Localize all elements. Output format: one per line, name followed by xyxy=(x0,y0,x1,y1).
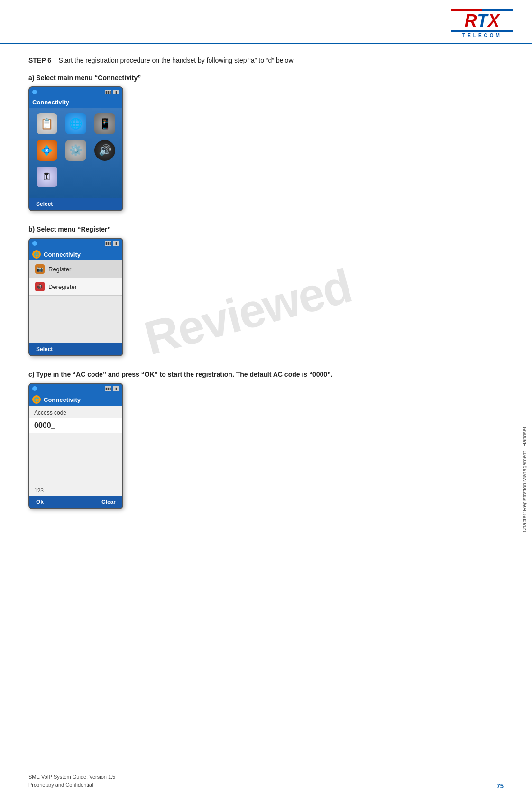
logo-t: T xyxy=(477,11,488,30)
status-icons-b: ▮▮▮ ▮ xyxy=(105,241,119,246)
sub-step-c-description: Type in the “AC code” and press “OK” to … xyxy=(36,371,332,378)
contacts-icon: 📋 xyxy=(37,113,57,134)
status-icons-c: ▮▮▮ ▮ xyxy=(105,386,119,391)
sub-step-a-description: Select main menu “Connectivity” xyxy=(36,74,141,82)
icon-cell-6: 🔊 xyxy=(92,139,118,162)
sub-step-a-letter: a) xyxy=(28,74,34,82)
sub-step-c: c) Type in the “AC code” and press “OK” … xyxy=(28,371,504,509)
signal-icon-b: ▮▮▮ xyxy=(105,241,111,246)
battery-icon-a: ▮ xyxy=(113,90,119,94)
network-icon: 🌐 xyxy=(65,113,86,134)
icon-cell-1: 📋 xyxy=(34,112,59,135)
sub-step-a-label: a) Select main menu “Connectivity” xyxy=(28,74,504,82)
deregister-label: Deregister xyxy=(48,283,77,290)
status-bar-c: ▮▮▮ ▮ xyxy=(29,384,122,393)
icon-cell-4: 💠 xyxy=(34,139,59,162)
phone-screen-c: ▮▮▮ ▮ 🌐 Connectivity Access code 0000_ 1… xyxy=(28,383,123,509)
logo-x: X xyxy=(488,11,500,30)
register-label: Register xyxy=(48,266,71,273)
icon-cell-2: 🌐 xyxy=(63,112,88,135)
footer-page-number: 75 xyxy=(497,782,504,790)
footer-line1: SME VoIP System Guide, Version 1.5 xyxy=(28,773,115,781)
header: RTX TELECOM xyxy=(0,0,532,44)
step6-text: Start the registration procedure on the … xyxy=(59,56,295,64)
battery-icon-b: ▮ xyxy=(113,241,119,246)
list-item-register[interactable]: 📷 Register xyxy=(29,260,122,278)
status-bar-b: ▮▮▮ ▮ xyxy=(29,239,122,248)
list-item-deregister[interactable]: 📵 Deregister xyxy=(29,278,122,296)
logo-bottom-bar xyxy=(451,30,513,32)
media-icon: 💠 xyxy=(37,140,57,161)
icon-cell-3: 📱 xyxy=(92,112,118,135)
status-dot-c xyxy=(32,386,37,391)
connectivity-icon-b: 🌐 xyxy=(32,250,41,259)
calendar-icon: 🗓 xyxy=(37,167,57,187)
sub-step-b-description: Select menu “Register” xyxy=(37,225,110,233)
icon-cell-5: ⚙️ xyxy=(63,139,88,162)
status-icons-a: ▮▮▮ ▮ xyxy=(105,90,119,94)
phone-device-icon: 📱 xyxy=(94,113,115,134)
phone-title-a: Connectivity xyxy=(32,99,69,106)
battery-icon-c: ▮ xyxy=(113,386,119,391)
signal-icon-a: ▮▮▮ xyxy=(105,90,111,94)
logo-r: R xyxy=(465,11,477,30)
menu-spacer-b xyxy=(29,296,122,343)
settings-icon: ⚙️ xyxy=(65,140,86,161)
step6-heading: STEP 6 Start the registration procedure … xyxy=(28,56,504,65)
sub-step-b-label: b) Select menu “Register” xyxy=(28,225,504,233)
rtx-logo: RTX TELECOM xyxy=(451,9,513,38)
screen-c-body: Access code 0000_ 123 xyxy=(29,406,122,496)
status-dot-a xyxy=(32,90,37,94)
footer-line2: Proprietary and Confidential xyxy=(28,781,115,790)
phone-title-bar-b: 🌐 Connectivity xyxy=(29,248,122,260)
access-code-label: Access code xyxy=(29,406,122,418)
bottom-select-a[interactable]: Select xyxy=(32,201,56,207)
register-icon: 📷 xyxy=(35,264,45,274)
icon-cell-7: 🗓 xyxy=(34,166,59,188)
phone-bottom-bar-c: Ok Clear xyxy=(29,496,122,508)
screen-a-icons: 📋 🌐 📱 💠 ⚙️ 🔊 🗓 xyxy=(29,108,122,198)
footer-left: SME VoIP System Guide, Version 1.5 Propr… xyxy=(28,773,115,790)
screen-b-list: 📷 Register 📵 Deregister xyxy=(29,260,122,343)
footer: SME VoIP System Guide, Version 1.5 Propr… xyxy=(28,769,504,790)
sub-step-c-label: c) Type in the “AC code” and press “OK” … xyxy=(28,371,504,378)
phone-bottom-bar-b: Select xyxy=(29,343,122,355)
main-content: STEP 6 Start the registration procedure … xyxy=(0,56,532,552)
sub-step-b-letter: b) xyxy=(28,225,35,233)
deregister-icon: 📵 xyxy=(35,282,45,291)
phone-bottom-bar-a: Select xyxy=(29,198,122,210)
phone-screen-b: ▮▮▮ ▮ 🌐 Connectivity 📷 Register 📵 Deregi… xyxy=(28,238,123,356)
signal-icon-c: ▮▮▮ xyxy=(105,386,111,391)
sub-step-a: a) Select main menu “Connectivity” ▮▮▮ ▮… xyxy=(28,74,504,211)
bottom-select-b[interactable]: Select xyxy=(32,346,56,353)
status-dot-b xyxy=(32,241,37,246)
chapter-sidebar: Chapter: Registration Management - Hands… xyxy=(522,427,527,532)
access-code-input[interactable]: 0000_ xyxy=(29,418,122,433)
logo-letters: RTX xyxy=(465,12,500,29)
access-code-spacer xyxy=(29,433,122,485)
sub-step-c-letter: c) xyxy=(28,371,34,378)
phone-title-bar-a: Connectivity xyxy=(29,97,122,108)
phone-title-c: Connectivity xyxy=(44,396,81,403)
phone-screen-a: ▮▮▮ ▮ Connectivity 📋 🌐 📱 xyxy=(28,86,123,211)
logo-telecom-text: TELECOM xyxy=(462,33,502,38)
bottom-clear-c[interactable]: Clear xyxy=(98,499,119,505)
sub-step-b: b) Select menu “Register” ▮▮▮ ▮ 🌐 Connec… xyxy=(28,225,504,356)
sound-icon: 🔊 xyxy=(94,140,115,161)
connectivity-icon-c: 🌐 xyxy=(32,395,41,404)
keyboard-hint: 123 xyxy=(29,485,122,496)
phone-title-b: Connectivity xyxy=(44,251,81,258)
phone-title-bar-c: 🌐 Connectivity xyxy=(29,393,122,406)
bottom-ok-c[interactable]: Ok xyxy=(32,499,47,505)
step6-label: STEP 6 xyxy=(28,56,51,64)
status-bar-a: ▮▮▮ ▮ xyxy=(29,87,122,97)
